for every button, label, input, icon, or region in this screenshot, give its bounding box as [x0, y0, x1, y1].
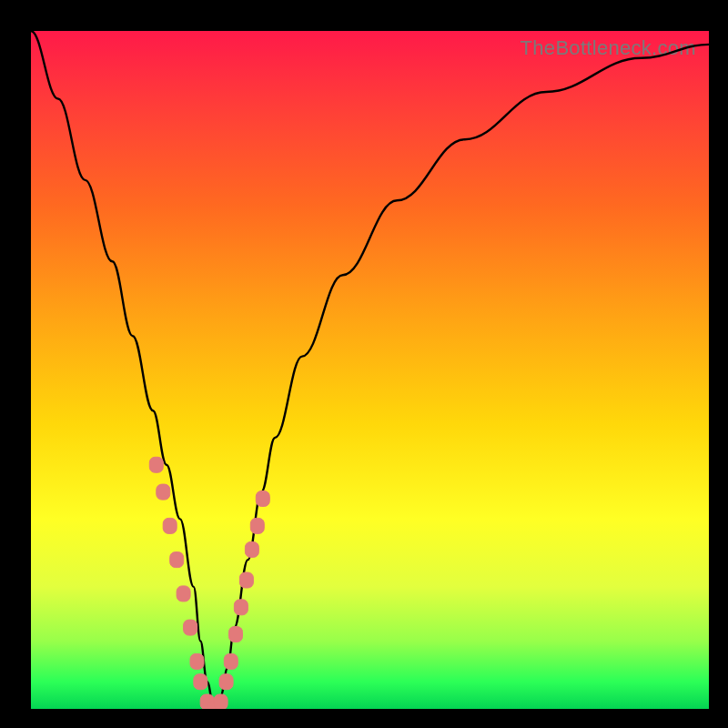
- scatter-point: [190, 653, 204, 669]
- scatter-point: [214, 694, 228, 709]
- scatter-point: [245, 541, 258, 557]
- scatter-point: [256, 491, 269, 507]
- scatter-point: [250, 518, 264, 533]
- scatter-point: [170, 552, 184, 568]
- bottleneck-curve: [31, 31, 709, 709]
- scatter-point: [149, 457, 163, 472]
- scatter-point: [239, 572, 253, 588]
- scatter-point: [234, 600, 248, 615]
- scatter-point: [229, 627, 243, 642]
- chart-root: { "watermark": "TheBottleneck.com", "cha…: [0, 0, 728, 728]
- plot-area: TheBottleneck.com: [31, 31, 709, 709]
- curve-layer: [31, 31, 709, 709]
- scatter-point: [219, 674, 233, 690]
- scatter-point: [177, 586, 190, 602]
- scatter-point: [194, 674, 207, 690]
- scatter-point: [184, 620, 197, 635]
- scatter-point: [157, 484, 170, 500]
- scatter-point: [163, 518, 177, 533]
- scatter-point: [224, 653, 238, 669]
- scatter-points: [149, 457, 269, 709]
